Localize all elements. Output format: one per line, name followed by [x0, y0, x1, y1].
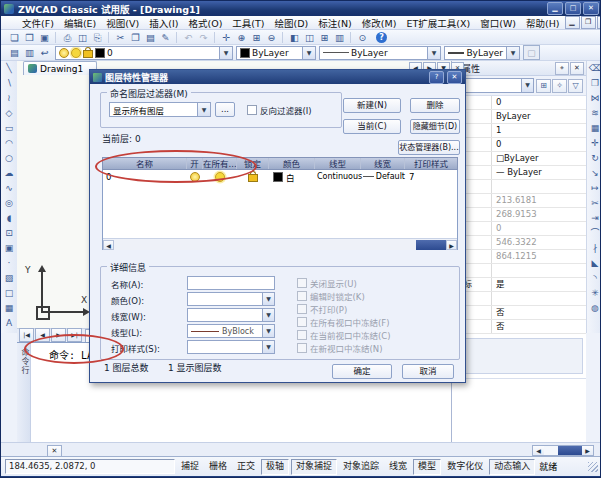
- pickadd-toggle-icon[interactable]: ⊞: [536, 79, 551, 93]
- chamfer-icon[interactable]: ◣: [588, 256, 601, 271]
- column-linetype[interactable]: 线型: [315, 158, 361, 169]
- table-scroll-right-icon[interactable]: ▶: [446, 240, 457, 250]
- cut-icon[interactable]: ✂: [113, 31, 128, 44]
- array-icon[interactable]: ▦: [588, 121, 601, 136]
- dialog-close-button[interactable]: ✕: [447, 71, 462, 84]
- stretch-icon[interactable]: ↦: [588, 181, 601, 196]
- viewport-grid-icon[interactable]: ⊞: [317, 31, 332, 44]
- snap-toggle[interactable]: 捕捉: [177, 459, 203, 473]
- layer-filter-combo[interactable]: 显示所有图层 ▼: [109, 102, 211, 117]
- ortho-toggle[interactable]: 正交: [233, 459, 259, 473]
- menu-dimension[interactable]: 标注(N): [313, 16, 357, 30]
- filter-browse-button[interactable]: ...: [215, 102, 235, 117]
- redo-icon[interactable]: ↷: [196, 31, 211, 44]
- osnap-toggle[interactable]: 对象捕捉: [291, 459, 337, 475]
- color-combo-arrow-icon[interactable]: ▼: [302, 47, 315, 59]
- palette-close-button[interactable]: ✕: [570, 62, 584, 75]
- layer-table-scrollbar[interactable]: ◀ ▶: [103, 238, 457, 250]
- column-plot-style[interactable]: 打印样式: [405, 158, 457, 169]
- set-current-button[interactable]: 当前(C): [343, 119, 401, 134]
- otrack-toggle[interactable]: 对象追踪: [339, 459, 383, 473]
- lineweight-toggle[interactable]: 线宽: [385, 459, 411, 473]
- construction-line-icon[interactable]: ∖: [2, 76, 17, 91]
- checkbox-freeze-new-viewports[interactable]: 在新视口中冻结(N): [297, 341, 391, 354]
- property-row[interactable]: 546.3322: [452, 236, 586, 250]
- layer-lock-icon[interactable]: [248, 174, 258, 182]
- menu-tools[interactable]: 工具(T): [227, 16, 269, 30]
- menu-edit[interactable]: 编辑(E): [59, 16, 101, 30]
- viewport-split-icon[interactable]: ◫: [302, 31, 317, 44]
- menu-insert[interactable]: 插入(I): [144, 16, 183, 30]
- scale-icon[interactable]: ↘: [588, 166, 601, 181]
- lineweight-combo[interactable]: ByLayer ▼: [444, 46, 520, 60]
- zoom-previous-icon[interactable]: ⊖: [264, 31, 279, 44]
- detail-linetype-combo[interactable]: ByBlock ▼: [187, 324, 275, 338]
- make-block-icon[interactable]: ▣: [2, 241, 17, 256]
- property-row[interactable]: 0: [452, 222, 586, 236]
- select-objects-icon[interactable]: ✧: [552, 79, 567, 93]
- help-icon[interactable]: ?: [376, 32, 387, 43]
- layer-previous-icon[interactable]: ↩: [37, 46, 52, 59]
- move-icon[interactable]: ✛: [588, 136, 601, 151]
- table-scrollbar-thumb[interactable]: [416, 240, 446, 250]
- polar-toggle[interactable]: 极轴: [261, 459, 289, 475]
- layer-states-icon[interactable]: ▥: [22, 46, 37, 59]
- pan-icon[interactable]: ✛: [219, 31, 234, 44]
- layer-plot-style-cell[interactable]: 7: [405, 172, 457, 182]
- zoom-realtime-icon[interactable]: ⊕: [234, 31, 249, 44]
- property-row[interactable]: □ByLayer: [452, 152, 586, 166]
- erase-icon[interactable]: ⌫: [588, 61, 601, 76]
- revision-cloud-icon[interactable]: ☁: [2, 166, 17, 181]
- polyline-icon[interactable]: ≀: [2, 91, 17, 106]
- menu-draw[interactable]: 绘图(D): [270, 16, 314, 30]
- fillet-icon[interactable]: ◝: [588, 271, 601, 286]
- selection-combo[interactable]: ▼: [455, 78, 534, 93]
- table-scrollbar-track[interactable]: [114, 240, 446, 250]
- insert-block-icon[interactable]: ⊡: [2, 226, 17, 241]
- lineweight-combo-arrow-icon[interactable]: ▼: [506, 47, 519, 59]
- menu-view[interactable]: 视图(V): [101, 16, 144, 30]
- table-icon[interactable]: ▦: [2, 301, 17, 316]
- linetype-combo-arrow-icon[interactable]: ▼: [427, 47, 440, 59]
- copy-object-icon[interactable]: ❐: [588, 76, 601, 91]
- property-row[interactable]: 名 否: [452, 320, 586, 334]
- layer-linetype-cell[interactable]: Continuous: [315, 172, 361, 181]
- break-icon[interactable]: ∤: [588, 241, 601, 256]
- zoom-window-icon[interactable]: ⊞: [249, 31, 264, 44]
- publish-icon[interactable]: ⎘: [90, 31, 105, 44]
- property-row[interactable]: 0: [452, 138, 586, 152]
- ellipse-arc-icon[interactable]: ◖: [2, 211, 17, 226]
- hatch-icon[interactable]: ▨: [2, 271, 17, 286]
- plot-style-button[interactable]: ▢: [523, 45, 540, 60]
- checkbox-off-display[interactable]: 关闭显示(U): [297, 276, 391, 289]
- property-row[interactable]: [452, 264, 586, 278]
- scroll-left-icon[interactable]: ◀: [533, 446, 544, 455]
- circle-icon[interactable]: ○: [2, 151, 17, 166]
- invert-filter-checkbox[interactable]: 反向过滤器(I): [247, 104, 312, 116]
- layer-color-swatch[interactable]: [273, 172, 283, 182]
- color-combo[interactable]: ByLayer ▼: [236, 46, 316, 60]
- menu-modify[interactable]: 修改(M): [357, 16, 402, 30]
- column-color[interactable]: 颜色: [269, 158, 315, 169]
- property-row[interactable]: ByLayer: [452, 110, 586, 124]
- cancel-button[interactable]: 取消: [402, 364, 454, 379]
- menu-help[interactable]: 帮助(H): [521, 16, 565, 30]
- scroll-right-icon[interactable]: ▶: [582, 446, 593, 455]
- viewport-layout-icon[interactable]: ▥: [332, 31, 347, 44]
- new-file-icon[interactable]: ❏: [7, 31, 22, 44]
- scrollbar-track[interactable]: [544, 446, 582, 455]
- print-preview-icon[interactable]: ◫: [75, 31, 90, 44]
- spline-icon[interactable]: ∿: [2, 181, 17, 196]
- menu-file[interactable]: 文件(F): [17, 16, 59, 30]
- break-at-point-icon[interactable]: ⌒: [588, 226, 601, 241]
- command-window-title-strip[interactable]: 命令行: [17, 343, 31, 443]
- ellipse-icon[interactable]: ◎: [2, 196, 17, 211]
- new-layer-button[interactable]: 新建(N): [343, 98, 401, 113]
- state-manager-button[interactable]: 状态管理器(B)...: [398, 140, 460, 155]
- resize-grip[interactable]: [588, 462, 598, 472]
- detail-lineweight-combo[interactable]: ▼: [187, 308, 275, 322]
- region-icon[interactable]: □: [2, 286, 17, 301]
- paste-icon[interactable]: ▤: [143, 31, 158, 44]
- arc-icon[interactable]: ◠: [2, 136, 17, 151]
- checkbox-do-not-plot[interactable]: 不打印(P): [297, 302, 391, 315]
